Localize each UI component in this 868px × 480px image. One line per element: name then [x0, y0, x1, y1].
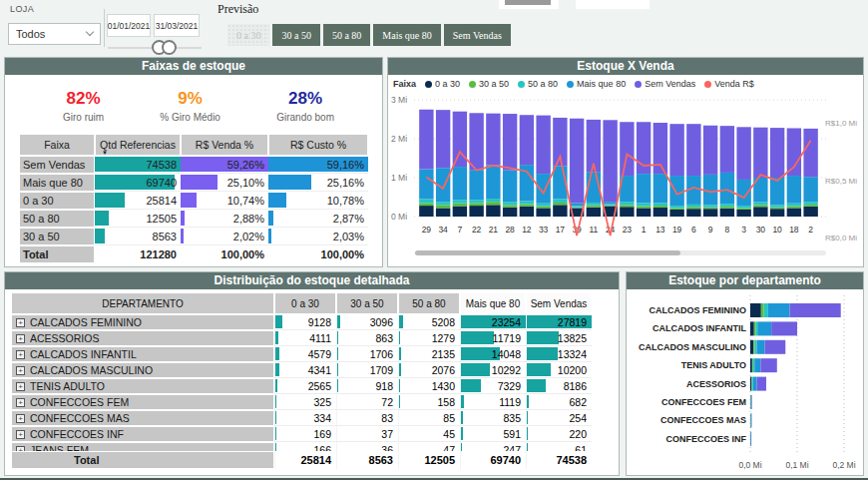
table-row[interactable]: +CALCADOS FEMININO9128309652082325427819 — [11, 314, 592, 330]
stacked-bar-segment[interactable] — [771, 321, 797, 335]
stacked-bar-segment[interactable] — [768, 303, 790, 317]
stacked-bar-segment[interactable] — [453, 167, 467, 200]
stacked-bar-segment[interactable] — [703, 175, 717, 205]
stacked-bar-segment[interactable] — [736, 206, 750, 208]
legend-item[interactable]: Mais que 80 — [567, 79, 626, 89]
stacked-bar-segment[interactable] — [486, 114, 500, 166]
stacked-bar-segment[interactable] — [686, 205, 700, 207]
table-row[interactable]: +TENIS ADULTO2565918143073298186 — [11, 378, 592, 394]
legend-item[interactable]: Venda R$ — [704, 79, 754, 89]
stacked-bar-segment[interactable] — [620, 122, 634, 176]
stacked-bar-segment[interactable] — [520, 201, 534, 204]
date-end-input[interactable]: 31/03/2021 — [154, 14, 200, 37]
stacked-bar-segment[interactable] — [803, 202, 817, 205]
expand-plus-icon[interactable]: + — [16, 414, 25, 423]
category-label[interactable]: CALCADOS FEMININO — [650, 305, 747, 315]
stacked-bar-segment[interactable] — [803, 129, 817, 177]
stacked-bar-segment[interactable] — [553, 205, 567, 217]
stacked-bar-segment[interactable] — [653, 206, 667, 208]
stacked-bar-segment[interactable] — [520, 115, 534, 165]
stacked-bar-segment[interactable] — [520, 207, 534, 217]
stacked-bar-segment[interactable] — [587, 208, 601, 217]
stacked-bar-segment[interactable] — [757, 377, 766, 391]
stacked-bar-segment[interactable] — [419, 199, 433, 203]
stacked-bar-segment[interactable] — [453, 200, 467, 204]
stacked-bar-segment[interactable] — [653, 174, 667, 203]
stacked-bar-segment[interactable] — [536, 174, 550, 204]
table-row[interactable]: +ACESSORIOS411186312791171913825 — [11, 330, 592, 346]
expand-plus-icon[interactable]: + — [16, 334, 25, 343]
expand-plus-icon[interactable]: + — [16, 382, 25, 391]
date-slider-handle[interactable] — [162, 40, 177, 55]
stacked-bar-segment[interactable] — [587, 206, 601, 208]
stacked-bar-segment[interactable] — [752, 358, 753, 372]
stacked-bar-segment[interactable] — [755, 340, 757, 354]
stacked-bar-segment[interactable] — [770, 205, 784, 207]
stacked-bar-segment[interactable] — [753, 205, 767, 207]
stacked-bar-segment[interactable] — [764, 303, 768, 317]
stacked-bar-segment[interactable] — [637, 174, 651, 203]
stacked-bar-segment[interactable] — [669, 210, 683, 217]
stacked-bar-segment[interactable] — [570, 206, 584, 207]
stacked-bar-segment[interactable] — [419, 169, 433, 199]
table-row[interactable]: 0 a 302581410,74%10,78% — [19, 192, 368, 210]
previsao-button[interactable]: Mais que 80 — [373, 24, 440, 46]
table-row[interactable]: +CONFECCOES FEM325721581119682 — [11, 394, 592, 410]
table-row[interactable]: 30 a 5085632,02%2,03% — [19, 228, 368, 245]
stacked-bar-segment[interactable] — [553, 203, 567, 205]
stacked-bar-segment[interactable] — [669, 176, 683, 206]
stacked-bar-segment[interactable] — [486, 166, 500, 200]
stacked-bar-segment[interactable] — [603, 120, 617, 202]
table-row[interactable]: +CONFECCOES MAS3348385835254 — [11, 410, 592, 426]
category-label[interactable]: CONFECCOES INF — [665, 434, 746, 444]
category-label[interactable]: CONFECCOES FEM — [661, 397, 746, 407]
stacked-bar-segment[interactable] — [603, 202, 617, 204]
stacked-bar-segment[interactable] — [469, 170, 483, 200]
stacked-bar-segment[interactable] — [469, 200, 483, 203]
table-row[interactable]: +CONFECCOES INF1693745591220 — [11, 426, 592, 442]
stacked-bar-segment[interactable] — [750, 303, 761, 317]
expand-plus-icon[interactable]: + — [16, 350, 25, 359]
stacked-bar-segment[interactable] — [570, 203, 584, 206]
stacked-bar-segment[interactable] — [803, 207, 817, 217]
stacked-bar-segment[interactable] — [770, 178, 784, 205]
horizontal-scrollbar[interactable] — [415, 250, 680, 255]
stacked-bar-segment[interactable] — [453, 206, 467, 217]
stacked-bar-segment[interactable] — [736, 127, 750, 180]
stacked-bar-segment[interactable] — [736, 180, 750, 206]
stacked-bar-segment[interactable] — [736, 210, 750, 217]
category-label[interactable]: CONFECCOES MAS — [660, 415, 746, 425]
stacked-bar-segment[interactable] — [703, 126, 717, 175]
expand-plus-icon[interactable]: + — [16, 430, 25, 439]
stacked-bar-segment[interactable] — [754, 321, 756, 335]
stacked-bar-segment[interactable] — [570, 119, 584, 204]
stacked-bar-segment[interactable] — [436, 205, 450, 208]
stacked-bar-segment[interactable] — [419, 203, 433, 206]
stacked-bar-segment[interactable] — [703, 208, 717, 210]
stacked-bar-segment[interactable] — [787, 176, 801, 204]
stacked-bar-segment[interactable] — [750, 340, 753, 354]
stacked-bar-segment[interactable] — [553, 199, 567, 203]
stacked-bar-segment[interactable] — [753, 128, 767, 178]
table-row[interactable]: +CALCADOS INFANTIL4579170621351404813324 — [11, 346, 592, 362]
stacked-bar-segment[interactable] — [765, 340, 786, 354]
stacked-bar-segment[interactable] — [637, 203, 651, 206]
stacked-bar-segment[interactable] — [669, 208, 683, 210]
stacked-bar-segment[interactable] — [503, 205, 517, 207]
stacked-bar-segment[interactable] — [653, 203, 667, 206]
legend-item[interactable]: 30 a 50 — [469, 79, 509, 89]
stacked-bar-segment[interactable] — [758, 321, 771, 335]
stacked-bar-segment[interactable] — [486, 205, 500, 217]
previsao-button[interactable]: Sem Vendas — [444, 24, 511, 46]
table-row[interactable]: Sem Vendas7453859,26%59,16% — [19, 156, 368, 174]
stacked-bar-segment[interactable] — [720, 173, 734, 204]
expand-plus-icon[interactable]: + — [16, 318, 25, 327]
stacked-bar-segment[interactable] — [536, 116, 550, 175]
category-label[interactable]: CALCADOS MASCULINO — [639, 342, 746, 352]
stacked-bar-segment[interactable] — [803, 177, 817, 202]
loja-dropdown[interactable]: Todos — [8, 23, 101, 45]
stacked-bar-segment[interactable] — [770, 209, 784, 217]
stacked-bar-segment[interactable] — [620, 207, 634, 217]
stacked-bar-segment[interactable] — [637, 208, 651, 217]
stacked-bar-segment[interactable] — [469, 206, 483, 217]
